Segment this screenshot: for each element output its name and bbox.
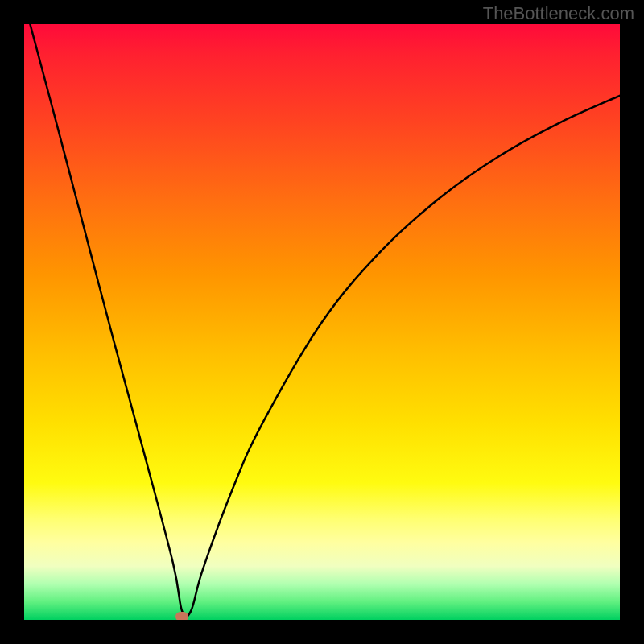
plot-area bbox=[24, 24, 620, 620]
minimum-marker bbox=[175, 612, 188, 620]
bottleneck-curve bbox=[24, 24, 620, 620]
watermark-text: TheBottleneck.com bbox=[483, 3, 634, 24]
